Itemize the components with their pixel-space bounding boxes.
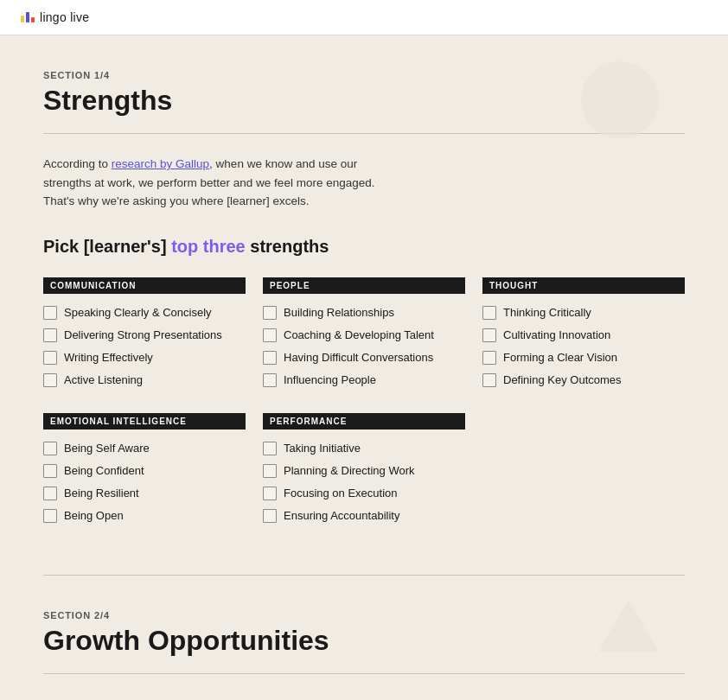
gallup-link[interactable]: research by Gallup bbox=[112, 157, 209, 170]
checkbox-input-planning-directing[interactable] bbox=[263, 464, 277, 478]
checkbox-label-writing-effectively: Writing Effectively bbox=[64, 351, 153, 364]
category-badge-people: PEOPLE bbox=[263, 277, 465, 294]
checkbox-input-cultivating-innovation[interactable] bbox=[482, 328, 496, 342]
checkbox-influencing-people[interactable]: Influencing People bbox=[263, 373, 465, 387]
checkbox-label-difficult-conversations: Having Difficult Conversations bbox=[284, 351, 433, 364]
checkbox-thinking-critically[interactable]: Thinking Critically bbox=[482, 306, 685, 320]
checkbox-label-cultivating-innovation: Cultivating Innovation bbox=[503, 328, 610, 341]
category-badge-communication: COMMUNICATION bbox=[43, 277, 246, 294]
checkbox-being-self-aware[interactable]: Being Self Aware bbox=[43, 442, 246, 455]
category-emotional-intelligence: EMOTIONAL INTELLIGENCE Being Self Aware … bbox=[43, 413, 246, 523]
category-badge-performance: PERFORMANCE bbox=[263, 413, 465, 430]
checkbox-input-active-listening[interactable] bbox=[43, 373, 57, 387]
checkbox-being-confident[interactable]: Being Confident bbox=[43, 464, 246, 478]
checkbox-label-active-listening: Active Listening bbox=[64, 373, 143, 386]
checkbox-being-resilient[interactable]: Being Resilient bbox=[43, 487, 246, 500]
category-thought: THOUGHT Thinking Critically Cultivating … bbox=[482, 277, 685, 387]
logo: lingo live bbox=[21, 10, 89, 24]
category-communication: COMMUNICATION Speaking Clearly & Concise… bbox=[43, 277, 246, 387]
checkbox-label-influencing-people: Influencing People bbox=[284, 373, 376, 386]
checkbox-coaching-developing[interactable]: Coaching & Developing Talent bbox=[263, 328, 465, 342]
checkbox-speaking-clearly[interactable]: Speaking Clearly & Concisely bbox=[43, 306, 246, 320]
pick-heading-highlight: top three bbox=[171, 237, 246, 256]
main-content: SECTION 1/4 Strengths According to resea… bbox=[0, 35, 728, 700]
logo-bar-red bbox=[31, 17, 35, 22]
checkbox-planning-directing[interactable]: Planning & Directing Work bbox=[263, 464, 465, 478]
checkbox-label-forming-vision: Forming a Clear Vision bbox=[503, 351, 617, 364]
section-decoration-circle bbox=[581, 61, 659, 139]
checkbox-label-planning-directing: Planning & Directing Work bbox=[284, 464, 415, 477]
checkbox-label-ensuring-accountability: Ensuring Accountability bbox=[284, 509, 399, 522]
checkbox-label-building-relationships: Building Relationships bbox=[284, 306, 394, 319]
checkbox-difficult-conversations[interactable]: Having Difficult Conversations bbox=[263, 351, 465, 365]
checkbox-input-focusing-execution[interactable] bbox=[263, 487, 277, 500]
section-label-2: SECTION 2/4 bbox=[43, 610, 685, 620]
checkbox-input-forming-vision[interactable] bbox=[482, 351, 496, 365]
checkbox-label-coaching-developing: Coaching & Developing Talent bbox=[284, 328, 434, 341]
section-decoration-triangle bbox=[598, 600, 659, 652]
checkbox-forming-vision[interactable]: Forming a Clear Vision bbox=[482, 351, 685, 365]
checkbox-input-taking-initiative[interactable] bbox=[263, 442, 277, 455]
checkbox-input-difficult-conversations[interactable] bbox=[263, 351, 277, 365]
section-growth-opportunities: SECTION 2/4 Growth Opportunities These a… bbox=[0, 576, 728, 700]
intro-text-before: According to bbox=[43, 157, 112, 170]
checkbox-input-writing-effectively[interactable] bbox=[43, 351, 57, 365]
checkbox-label-taking-initiative: Taking Initiative bbox=[284, 442, 361, 455]
checkbox-label-being-open: Being Open bbox=[64, 509, 124, 522]
checkbox-label-being-resilient: Being Resilient bbox=[64, 487, 139, 500]
section-divider-2 bbox=[43, 673, 685, 674]
section-strengths: SECTION 1/4 Strengths According to resea… bbox=[0, 35, 728, 575]
checkbox-input-being-self-aware[interactable] bbox=[43, 442, 57, 455]
checkbox-input-delivering-presentations[interactable] bbox=[43, 328, 57, 342]
checkbox-building-relationships[interactable]: Building Relationships bbox=[263, 306, 465, 320]
checkbox-input-thinking-critically[interactable] bbox=[482, 306, 496, 320]
checkbox-being-open[interactable]: Being Open bbox=[43, 509, 246, 523]
checkbox-label-thinking-critically: Thinking Critically bbox=[503, 306, 591, 319]
checkbox-taking-initiative[interactable]: Taking Initiative bbox=[263, 442, 465, 455]
category-badge-thought: THOUGHT bbox=[482, 277, 685, 294]
empty-column bbox=[482, 413, 685, 523]
checkbox-input-speaking-clearly[interactable] bbox=[43, 306, 57, 320]
pick-heading-prefix: Pick [learner's] bbox=[43, 237, 171, 256]
logo-bar-yellow bbox=[21, 16, 24, 22]
checkbox-active-listening[interactable]: Active Listening bbox=[43, 373, 246, 387]
category-people: PEOPLE Building Relationships Coaching &… bbox=[263, 277, 465, 387]
checkbox-label-being-confident: Being Confident bbox=[64, 464, 144, 477]
checkbox-ensuring-accountability[interactable]: Ensuring Accountability bbox=[263, 509, 465, 523]
checkbox-label-defining-outcomes: Defining Key Outcomes bbox=[503, 373, 622, 386]
checkbox-input-influencing-people[interactable] bbox=[263, 373, 277, 387]
logo-icon bbox=[21, 12, 35, 22]
categories-grid-row2: EMOTIONAL INTELLIGENCE Being Self Aware … bbox=[43, 413, 685, 523]
checkbox-input-being-open[interactable] bbox=[43, 509, 57, 523]
section-title-2: Growth Opportunities bbox=[43, 626, 685, 656]
checkbox-label-being-self-aware: Being Self Aware bbox=[64, 442, 150, 455]
category-performance: PERFORMANCE Taking Initiative Planning &… bbox=[263, 413, 465, 523]
section-intro-2: These are areas where you believe [learn… bbox=[43, 695, 406, 700]
checkbox-input-coaching-developing[interactable] bbox=[263, 328, 277, 342]
pick-strengths-heading: Pick [learner's] top three strengths bbox=[43, 237, 685, 257]
section-intro-1: According to research by Gallup, when we… bbox=[43, 155, 406, 211]
checkbox-input-being-resilient[interactable] bbox=[43, 487, 57, 500]
checkbox-input-ensuring-accountability[interactable] bbox=[263, 509, 277, 523]
checkbox-label-focusing-execution: Focusing on Execution bbox=[284, 487, 398, 500]
checkbox-writing-effectively[interactable]: Writing Effectively bbox=[43, 351, 246, 365]
checkbox-label-delivering-presentations: Delivering Strong Presentations bbox=[64, 328, 222, 341]
checkbox-input-defining-outcomes[interactable] bbox=[482, 373, 496, 387]
category-badge-emotional-intelligence: EMOTIONAL INTELLIGENCE bbox=[43, 413, 246, 430]
checkbox-delivering-presentations[interactable]: Delivering Strong Presentations bbox=[43, 328, 246, 342]
checkbox-input-building-relationships[interactable] bbox=[263, 306, 277, 320]
checkbox-input-being-confident[interactable] bbox=[43, 464, 57, 478]
checkbox-defining-outcomes[interactable]: Defining Key Outcomes bbox=[482, 373, 685, 387]
pick-heading-suffix: strengths bbox=[246, 237, 329, 256]
checkbox-cultivating-innovation[interactable]: Cultivating Innovation bbox=[482, 328, 685, 342]
section-divider-1 bbox=[43, 133, 685, 134]
categories-grid-row1: COMMUNICATION Speaking Clearly & Concise… bbox=[43, 277, 685, 387]
site-header: lingo live bbox=[0, 0, 728, 35]
checkbox-focusing-execution[interactable]: Focusing on Execution bbox=[263, 487, 465, 500]
logo-text: lingo live bbox=[40, 10, 89, 24]
checkbox-label-speaking-clearly: Speaking Clearly & Concisely bbox=[64, 306, 212, 319]
logo-bar-purple bbox=[26, 12, 29, 22]
